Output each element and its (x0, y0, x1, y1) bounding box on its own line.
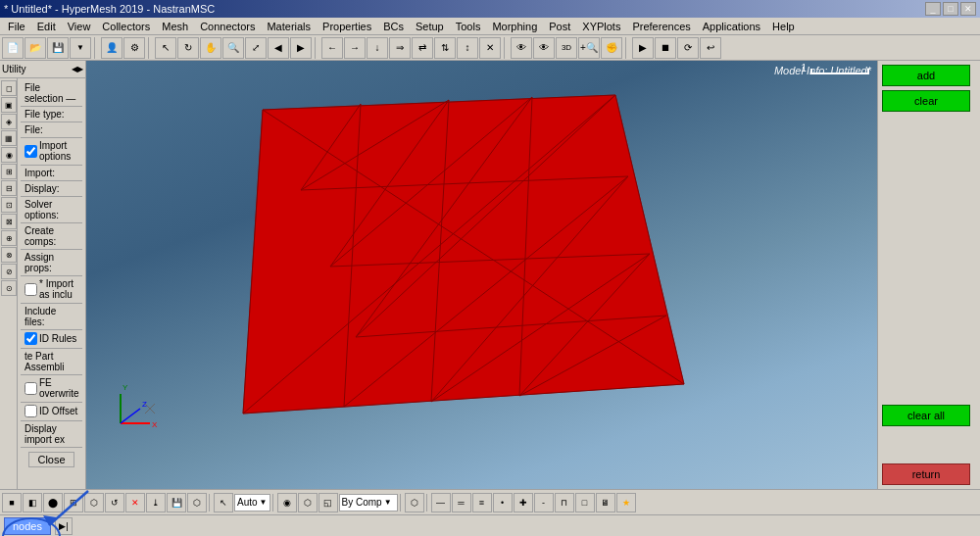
tb-fit[interactable]: ⤢ (245, 37, 267, 59)
tb-zoom[interactable]: 🔍 (222, 37, 244, 59)
btb-comp6[interactable]: ↺ (105, 493, 124, 512)
tb-arrow-down[interactable]: ↓ (367, 37, 388, 59)
return-button[interactable]: return (882, 463, 970, 485)
btb-line2[interactable]: ═ (452, 493, 471, 512)
tb-stop[interactable]: ⏹ (655, 37, 676, 59)
btb-dash[interactable]: - (534, 493, 554, 512)
tb-eye2[interactable]: 👁 (533, 37, 555, 59)
id-offset-check[interactable] (24, 405, 37, 417)
close-button[interactable]: Close (28, 452, 74, 467)
menu-setup[interactable]: Setup (410, 20, 450, 33)
side-icon-4[interactable]: ▦ (1, 130, 17, 146)
menu-post[interactable]: Post (543, 20, 576, 33)
menu-morphing[interactable]: Morphing (486, 20, 543, 33)
side-icon-12[interactable]: ⊘ (1, 264, 17, 279)
tb-btn-hand[interactable]: ✊ (601, 37, 622, 59)
auto-dropdown[interactable]: Auto ▼ (234, 494, 270, 512)
btb-comp3[interactable]: ⬤ (43, 493, 63, 512)
tb-btn6[interactable]: ⚙ (123, 37, 145, 59)
menu-edit[interactable]: Edit (31, 20, 62, 33)
entity-nav-forward[interactable]: ▶| (55, 517, 73, 535)
tb-next[interactable]: ▶ (290, 37, 312, 59)
btb-save2[interactable]: 💾 (167, 493, 186, 512)
tb-person[interactable]: 👤 (101, 37, 122, 59)
close-button[interactable]: ✕ (960, 2, 976, 16)
tb-3d[interactable]: 3D (556, 37, 577, 59)
tb-refresh[interactable]: ⟳ (677, 37, 699, 59)
side-icon-9[interactable]: ⊠ (1, 214, 17, 229)
arrow-right-btn[interactable]: ▶ (77, 65, 83, 73)
side-icon-5[interactable]: ◉ (1, 147, 17, 163)
side-icon-2[interactable]: ▣ (1, 97, 17, 113)
menu-collectors[interactable]: Collectors (96, 20, 156, 33)
menu-properties[interactable]: Properties (317, 20, 377, 33)
tb-open[interactable]: 📂 (24, 37, 46, 59)
side-icon-7[interactable]: ⊟ (1, 180, 17, 196)
btb-link[interactable]: ⊓ (555, 493, 574, 512)
btb-comp2[interactable]: ◧ (23, 493, 42, 512)
tb-pan[interactable]: ✋ (200, 37, 221, 59)
side-icon-13[interactable]: ⊙ (1, 280, 17, 296)
tb-rotate[interactable]: ↻ (177, 37, 199, 59)
side-icon-6[interactable]: ⊞ (1, 164, 17, 179)
btb-line3[interactable]: ≡ (472, 493, 492, 512)
btb-delete[interactable]: ✕ (125, 493, 145, 512)
fe-overwrite-check[interactable] (24, 382, 37, 395)
by-comp-dropdown[interactable]: By Comp ▼ (339, 494, 398, 512)
tb-cursor[interactable]: ↖ (155, 37, 176, 59)
tb-arrow-left[interactable]: ← (321, 37, 343, 59)
btb-comp5[interactable]: ⬡ (84, 493, 104, 512)
menu-preferences[interactable]: Preferences (626, 20, 696, 33)
btb-monitor[interactable]: 🖥 (596, 493, 615, 512)
id-rules-check[interactable] (24, 332, 37, 345)
btb-cross[interactable]: ✚ (514, 493, 533, 512)
btb-comp4[interactable]: ⊞ (64, 493, 83, 512)
add-button[interactable]: add (882, 65, 970, 86)
tb-prev[interactable]: ◀ (268, 37, 289, 59)
minimize-button[interactable]: _ (925, 2, 941, 16)
btb-load[interactable]: ⤓ (146, 493, 166, 512)
btb-cube2[interactable]: ⬡ (405, 493, 424, 512)
maximize-button[interactable]: □ (943, 2, 958, 16)
menu-file[interactable]: File (2, 20, 31, 33)
import-as-inclu-check[interactable] (24, 283, 37, 296)
auto-dropdown-arrow[interactable]: ▼ (260, 498, 268, 507)
clear-button[interactable]: clear (882, 90, 970, 112)
tb-undo[interactable]: ↩ (700, 37, 721, 59)
btb-dot[interactable]: • (493, 493, 513, 512)
tb-arrows-all[interactable]: ↕ (457, 37, 478, 59)
btb-wire[interactable]: ⬡ (187, 493, 207, 512)
btb-box[interactable]: □ (575, 493, 595, 512)
menu-help[interactable]: Help (766, 20, 801, 33)
btb-comp-show[interactable]: ■ (2, 493, 22, 512)
tb-arrow-chain[interactable]: ⇒ (389, 37, 411, 59)
menu-mesh[interactable]: Mesh (156, 20, 194, 33)
tb-new[interactable]: 📄 (2, 37, 24, 59)
tb-play[interactable]: ▶ (632, 37, 654, 59)
side-icon-10[interactable]: ⊕ (1, 230, 17, 246)
tb-btn-magnify[interactable]: +🔍 (578, 37, 600, 59)
import-options-check[interactable] (24, 145, 37, 158)
tb-arrow-right[interactable]: → (344, 37, 366, 59)
by-comp-arrow[interactable]: ▼ (384, 498, 392, 507)
tb-arrows-lr[interactable]: ⇄ (412, 37, 433, 59)
btb-cube[interactable]: ⬡ (298, 493, 318, 512)
side-icon-8[interactable]: ⊡ (1, 197, 17, 213)
tb-save[interactable]: 💾 (47, 37, 69, 59)
btb-star[interactable]: ★ (616, 493, 636, 512)
btb-facet[interactable]: ◱ (318, 493, 338, 512)
side-icon-3[interactable]: ◈ (1, 114, 17, 129)
menu-bcs[interactable]: BCs (377, 20, 410, 33)
menu-tools[interactable]: Tools (450, 20, 487, 33)
menu-view[interactable]: View (62, 20, 97, 33)
viewport[interactable]: Model Info: Untitled* 1 (86, 61, 877, 489)
tb-btn4[interactable]: ▼ (70, 37, 91, 59)
side-icon-1[interactable]: ◻ (1, 80, 17, 96)
side-icon-11[interactable]: ⊗ (1, 247, 17, 263)
menu-materials[interactable]: Materials (261, 20, 317, 33)
tb-arrows-ud[interactable]: ⇅ (434, 37, 456, 59)
btb-sphere[interactable]: ◉ (277, 493, 297, 512)
clear-all-button[interactable]: clear all (882, 405, 970, 426)
menu-connectors[interactable]: Connectors (194, 20, 261, 33)
btb-cursor2[interactable]: ↖ (214, 493, 233, 512)
